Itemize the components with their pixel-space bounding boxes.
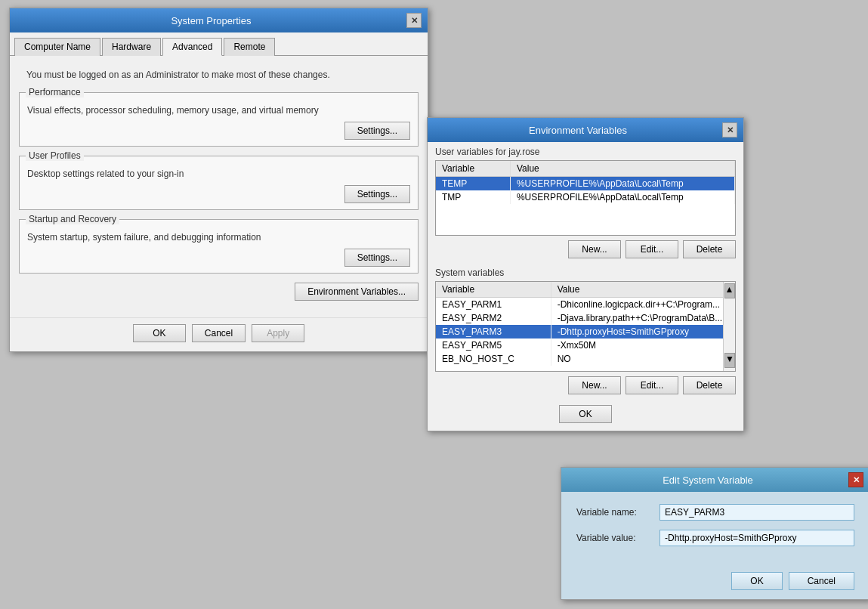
user-profiles-desc: Desktop settings related to your sign-in: [27, 165, 410, 185]
sys-vars-table: Variable Value EASY_PARM1 -Dhiconline.lo…: [436, 282, 735, 366]
variable-value-input[interactable]: [659, 530, 854, 546]
sys-var-no-host-value: NO: [551, 352, 734, 366]
table-row[interactable]: TMP %USERPROFILE%\AppData\Local\Temp: [436, 190, 735, 204]
sys-var-parm1-name: EASY_PARM1: [436, 298, 551, 312]
sys-vars-table-container: Variable Value EASY_PARM1 -Dhiconline.lo…: [435, 281, 736, 372]
sys-vars-edit-btn[interactable]: Edit...: [626, 376, 678, 394]
edit-var-cancel-btn[interactable]: Cancel: [789, 572, 854, 590]
tabs-bar: Computer Name Hardware Advanced Remote: [10, 32, 428, 56]
sys-var-parm1-value: -Dhiconline.logicpack.dir++C:\Program...: [551, 298, 734, 312]
user-vars-section-label: User variables for jay.rose: [428, 142, 743, 160]
env-vars-ok-btn[interactable]: OK: [559, 405, 612, 423]
edit-system-variable-dialog: Edit System Variable ✕ Variable name: Va…: [561, 467, 868, 600]
tab-remote[interactable]: Remote: [224, 38, 275, 56]
system-properties-dialog: System Properties ✕ Computer Name Hardwa…: [9, 8, 428, 352]
user-vars-table-container: Variable Value TEMP %USERPROFILE%\AppDat…: [435, 160, 736, 236]
sys-var-col-value: Value: [551, 282, 734, 298]
sys-var-col-variable: Variable: [436, 282, 551, 298]
sys-props-cancel-btn[interactable]: Cancel: [192, 324, 246, 342]
sys-var-parm2-name: EASY_PARM2: [436, 311, 551, 325]
sys-props-apply-btn[interactable]: Apply: [252, 324, 304, 342]
sys-var-no-host-name: EB_NO_HOST_C: [436, 352, 551, 366]
sys-vars-delete-btn[interactable]: Delete: [683, 376, 736, 394]
system-properties-content: You must be logged on as an Administrato…: [10, 56, 428, 314]
user-var-col-variable: Variable: [436, 161, 510, 177]
table-row[interactable]: EASY_PARM3 -Dhttp.proxyHost=SmithGPproxy: [436, 325, 735, 339]
env-vars-title: Environment Variables: [434, 125, 722, 136]
sys-vars-section-label: System variables: [428, 263, 743, 281]
env-vars-titlebar: Environment Variables ✕: [428, 118, 743, 142]
scrollbar-up-arrow[interactable]: ▲: [724, 283, 735, 298]
variable-value-row: Variable value:: [576, 530, 854, 546]
user-var-temp-value: %USERPROFILE%\AppData\Local\Temp: [510, 177, 734, 191]
variable-name-row: Variable name:: [576, 504, 854, 521]
tab-advanced[interactable]: Advanced: [162, 38, 222, 56]
user-profiles-label: User Profiles: [26, 150, 84, 161]
table-row[interactable]: EB_NO_HOST_C NO: [436, 352, 735, 366]
user-var-temp-name: TEMP: [436, 177, 510, 191]
edit-var-titlebar: Edit System Variable ✕: [561, 468, 868, 492]
startup-recovery-label: Startup and Recovery: [26, 214, 119, 224]
sys-vars-buttons: New... Edit... Delete: [428, 372, 743, 399]
user-vars-delete-btn[interactable]: Delete: [683, 240, 736, 258]
tab-computer-name[interactable]: Computer Name: [14, 38, 100, 56]
system-properties-footer: OK Cancel Apply: [10, 317, 428, 351]
user-var-tmp-name: TMP: [436, 190, 510, 204]
sys-vars-new-btn[interactable]: New...: [568, 376, 621, 394]
system-properties-close-btn[interactable]: ✕: [406, 13, 422, 28]
system-properties-title: System Properties: [16, 15, 406, 26]
variable-value-label: Variable value:: [576, 533, 659, 543]
performance-label: Performance: [26, 87, 84, 97]
sys-props-ok-btn[interactable]: OK: [133, 324, 186, 342]
sys-var-parm3-name: EASY_PARM3: [436, 325, 551, 339]
table-row[interactable]: EASY_PARM1 -Dhiconline.logicpack.dir++C:…: [436, 298, 735, 312]
environment-variables-btn[interactable]: Environment Variables...: [295, 283, 419, 301]
env-vars-footer: OK: [428, 399, 743, 431]
sys-var-parm5-name: EASY_PARM5: [436, 339, 551, 352]
edit-var-content: Variable name: Variable value:: [561, 492, 868, 567]
user-vars-new-btn[interactable]: New...: [568, 240, 621, 258]
user-vars-table: Variable Value TEMP %USERPROFILE%\AppDat…: [436, 161, 735, 204]
startup-recovery-section: Startup and Recovery System startup, sys…: [19, 219, 419, 274]
user-vars-buttons: New... Edit... Delete: [428, 236, 743, 263]
edit-var-footer: OK Cancel: [561, 567, 868, 599]
performance-section: Performance Visual effects, processor sc…: [19, 92, 419, 147]
admin-notice: You must be logged on as an Administrato…: [19, 63, 419, 86]
edit-var-title: Edit System Variable: [567, 475, 848, 486]
environment-variables-dialog: Environment Variables ✕ User variables f…: [427, 117, 744, 431]
table-row[interactable]: EASY_PARM2 -Djava.library.path++C:\Progr…: [436, 311, 735, 325]
user-vars-edit-btn[interactable]: Edit...: [626, 240, 678, 258]
sys-var-parm3-value: -Dhttp.proxyHost=SmithGPproxy: [551, 325, 734, 339]
scrollbar-track: ▲ ▼: [723, 282, 735, 371]
sys-var-parm2-value: -Djava.library.path++C:\ProgramData\B...: [551, 311, 734, 325]
sys-vars-scroll[interactable]: Variable Value EASY_PARM1 -Dhiconline.lo…: [436, 282, 735, 371]
variable-name-input[interactable]: [659, 504, 854, 521]
table-row[interactable]: EASY_PARM5 -Xmx50M: [436, 339, 735, 352]
variable-name-label: Variable name:: [576, 507, 659, 518]
table-row[interactable]: TEMP %USERPROFILE%\AppData\Local\Temp: [436, 177, 735, 191]
env-vars-close-btn[interactable]: ✕: [722, 122, 737, 138]
sys-var-parm5-value: -Xmx50M: [551, 339, 734, 352]
tab-hardware[interactable]: Hardware: [102, 38, 161, 56]
system-properties-titlebar: System Properties ✕: [10, 8, 428, 32]
startup-recovery-settings-btn[interactable]: Settings...: [344, 249, 410, 267]
user-var-tmp-value: %USERPROFILE%\AppData\Local\Temp: [510, 190, 734, 204]
scrollbar-down-arrow[interactable]: ▼: [724, 353, 735, 368]
performance-desc: Visual effects, processor scheduling, me…: [27, 102, 410, 122]
startup-recovery-desc: System startup, system failure, and debu…: [27, 229, 410, 249]
user-profiles-settings-btn[interactable]: Settings...: [344, 185, 410, 203]
user-profiles-section: User Profiles Desktop settings related t…: [19, 156, 419, 210]
edit-var-ok-btn[interactable]: OK: [731, 572, 782, 590]
performance-settings-btn[interactable]: Settings...: [344, 122, 410, 140]
edit-var-close-btn[interactable]: ✕: [848, 472, 863, 487]
user-var-col-value: Value: [510, 161, 734, 177]
